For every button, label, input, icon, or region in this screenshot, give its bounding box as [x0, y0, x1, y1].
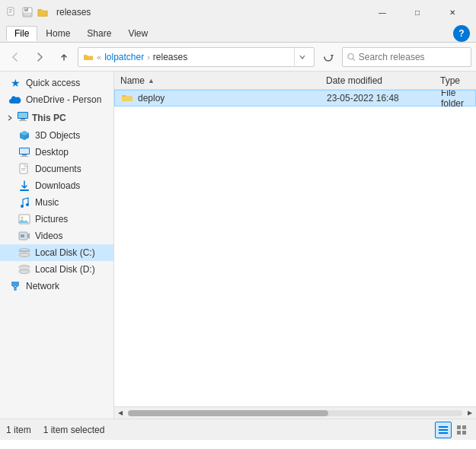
sidebar-item-network[interactable]: Network — [0, 278, 113, 295]
breadcrumb-arrow: › — [147, 53, 150, 62]
tab-file[interactable]: File — [6, 26, 37, 41]
sidebar-section-this-pc[interactable]: This PC — [0, 108, 113, 127]
sidebar-item-onedrive[interactable]: OneDrive - Person — [0, 91, 113, 108]
window-title: releases — [53, 7, 360, 18]
forward-button[interactable] — [29, 46, 50, 68]
sidebar-item-quick-access[interactable]: ★ Quick access — [0, 75, 113, 91]
svg-point-22 — [21, 205, 24, 208]
column-date[interactable]: Date modified — [320, 75, 434, 86]
svg-rect-35 — [11, 282, 19, 286]
svg-rect-3 — [9, 12, 11, 13]
svg-rect-13 — [19, 120, 27, 121]
sidebar-item-pictures[interactable]: Pictures — [0, 211, 113, 228]
svg-rect-5 — [24, 8, 28, 11]
tab-share[interactable]: Share — [78, 26, 120, 41]
svg-rect-43 — [462, 425, 466, 429]
address-bar[interactable]: « lolpatcher › releases — [78, 47, 315, 67]
search-box[interactable] — [342, 47, 471, 67]
refresh-button[interactable] — [318, 46, 339, 68]
title-bar: releases — □ ✕ — [0, 0, 476, 24]
close-button[interactable]: ✕ — [435, 0, 470, 24]
svg-point-23 — [26, 203, 29, 206]
title-bar-icons — [6, 6, 49, 18]
svg-point-25 — [21, 217, 24, 219]
selected-count: 1 item selected — [43, 425, 105, 435]
sidebar-label-onedrive: OneDrive - Person — [26, 94, 101, 105]
hscroll-track[interactable] — [128, 410, 462, 416]
sidebar-item-downloads[interactable]: Downloads — [0, 177, 113, 194]
svg-line-37 — [13, 286, 15, 288]
column-name[interactable]: Name ▲ — [114, 75, 320, 86]
address-dropdown-button[interactable] — [294, 47, 309, 67]
column-type[interactable]: Type — [434, 75, 476, 86]
sidebar-label-videos: Videos — [35, 231, 62, 241]
sidebar-item-documents[interactable]: Documents — [0, 161, 113, 177]
svg-rect-27 — [21, 234, 24, 237]
up-button[interactable] — [53, 46, 75, 68]
documents-icon — [18, 163, 30, 175]
sidebar-label-local-d: Local Disk (D:) — [35, 264, 95, 275]
main-layout: ★ Quick access OneDrive - Person This PC… — [0, 72, 476, 419]
sidebar-item-3d-objects[interactable]: 3D Objects — [0, 127, 113, 144]
svg-point-31 — [19, 253, 30, 257]
help-button[interactable]: ? — [453, 25, 470, 42]
toolbar: « lolpatcher › releases — [0, 43, 476, 72]
breadcrumb-separator: « — [97, 53, 101, 62]
page-icon — [6, 6, 18, 18]
hscroll-left-button[interactable]: ◀ — [114, 407, 126, 419]
hscroll-right-button[interactable]: ▶ — [464, 407, 476, 419]
details-view-button[interactable] — [435, 422, 452, 438]
large-icons-view-button[interactable] — [453, 422, 470, 438]
svg-rect-45 — [462, 431, 466, 435]
file-type-cell: File folder — [435, 90, 475, 109]
svg-rect-7 — [24, 13, 31, 16]
save-icon — [21, 6, 34, 18]
folder-icon-title — [37, 6, 49, 18]
network-icon — [9, 280, 21, 292]
cube-icon — [18, 129, 30, 142]
disk-d-icon — [18, 263, 30, 275]
back-button[interactable] — [5, 46, 26, 68]
svg-rect-40 — [439, 429, 448, 431]
svg-rect-44 — [457, 431, 461, 435]
horizontal-scrollbar[interactable]: ◀ ▶ — [114, 406, 476, 419]
search-input[interactable] — [359, 52, 466, 62]
file-list: deploy 23-05-2022 16:48 File folder — [114, 90, 476, 406]
minimize-button[interactable]: — — [365, 0, 400, 24]
file-date-cell: 23-05-2022 16:48 — [321, 93, 435, 103]
star-icon: ★ — [9, 77, 21, 89]
sidebar-label-3d-objects: 3D Objects — [35, 130, 80, 141]
svg-rect-17 — [21, 156, 28, 157]
cloud-icon — [9, 94, 21, 106]
pictures-icon — [18, 213, 30, 225]
tab-home[interactable]: Home — [37, 26, 78, 41]
sidebar-item-desktop[interactable]: Desktop — [0, 144, 113, 161]
table-row[interactable]: deploy 23-05-2022 16:48 File folder — [114, 90, 476, 107]
svg-rect-12 — [21, 119, 25, 120]
svg-point-34 — [19, 270, 30, 274]
breadcrumb-current: releases — [153, 52, 187, 62]
sidebar: ★ Quick access OneDrive - Person This PC… — [0, 72, 114, 419]
downloads-icon — [18, 180, 30, 192]
sidebar-item-music[interactable]: Music — [0, 194, 113, 211]
svg-rect-1 — [9, 9, 12, 10]
svg-point-8 — [348, 53, 353, 59]
svg-point-36 — [14, 288, 17, 291]
disk-c-icon — [18, 247, 30, 259]
svg-rect-42 — [457, 425, 461, 429]
ribbon-tabs-row: File Home Share View ? — [0, 24, 476, 43]
svg-rect-11 — [18, 113, 27, 118]
view-toggle-group — [435, 422, 470, 438]
svg-rect-39 — [439, 426, 448, 428]
tab-view[interactable]: View — [120, 26, 156, 41]
maximize-button[interactable]: □ — [400, 0, 435, 24]
sidebar-item-videos[interactable]: Videos — [0, 228, 113, 244]
sort-arrow-icon: ▲ — [148, 77, 155, 84]
sidebar-label-desktop: Desktop — [35, 147, 69, 158]
sidebar-item-local-c[interactable]: Local Disk (C:) — [0, 244, 113, 261]
sidebar-item-local-d[interactable]: Local Disk (D:) — [0, 261, 113, 278]
search-icon — [347, 53, 356, 62]
svg-rect-30 — [19, 250, 30, 252]
item-count: 1 item — [6, 425, 31, 435]
breadcrumb-parent: lolpatcher — [104, 52, 144, 62]
